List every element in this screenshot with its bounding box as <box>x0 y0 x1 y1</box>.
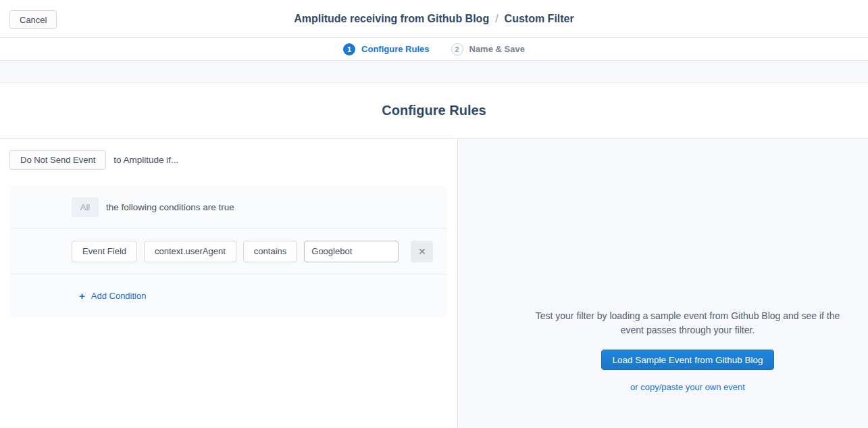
condition-type-button[interactable]: Event Field <box>72 241 137 262</box>
paste-own-event-link[interactable]: or copy/paste your own event <box>630 382 745 392</box>
match-suffix-label: the following conditions are true <box>106 202 234 212</box>
match-type-row: All the following conditions are true <box>9 186 446 229</box>
condition-field-button[interactable]: context.userAgent <box>144 241 236 262</box>
title-section: Configure Rules <box>0 83 868 139</box>
breadcrumb-secondary: Custom Filter <box>505 13 574 25</box>
step-2-circle-icon: 2 <box>451 43 463 55</box>
page-title: Configure Rules <box>382 103 486 118</box>
condition-operator-button[interactable]: contains <box>243 241 297 262</box>
step-2-label: Name & Save <box>469 44 525 54</box>
action-suffix-label: to Amplitude if... <box>113 155 178 165</box>
step-configure-rules[interactable]: 1 Configure Rules <box>343 43 429 55</box>
action-row: Do Not Send Event to Amplitude if... <box>9 150 448 170</box>
condition-group-box: All the following conditions are true Ev… <box>9 186 446 317</box>
condition-row: Event Field context.userAgent contains ✕ <box>9 229 446 275</box>
step-name-and-save[interactable]: 2 Name & Save <box>451 43 525 55</box>
condition-value-input[interactable] <box>304 241 399 262</box>
match-type-button[interactable]: All <box>72 197 99 217</box>
main-content: Do Not Send Event to Amplitude if... All… <box>0 139 868 428</box>
action-type-button[interactable]: Do Not Send Event <box>9 150 106 170</box>
add-condition-label: Add Condition <box>91 291 147 301</box>
step-1-label: Configure Rules <box>361 44 429 54</box>
toolbar-strip <box>0 61 868 83</box>
add-condition-row: + Add Condition <box>9 275 446 317</box>
test-description: Test your filter by loading a sample eve… <box>526 309 849 337</box>
stepper-bar: 1 Configure Rules 2 Name & Save <box>0 38 868 61</box>
plus-icon: + <box>79 290 85 302</box>
breadcrumb-separator-icon: / <box>495 13 498 25</box>
breadcrumb-primary: Amplitude receiving from Github Blog <box>294 13 489 25</box>
close-icon: ✕ <box>418 247 426 256</box>
breadcrumb: Amplitude receiving from Github Blog / C… <box>294 13 573 25</box>
rule-builder-panel: Do Not Send Event to Amplitude if... All… <box>0 139 458 428</box>
add-condition-button[interactable]: + Add Condition <box>79 290 146 302</box>
remove-condition-button[interactable]: ✕ <box>411 241 433 262</box>
top-header: Cancel Amplitude receiving from Github B… <box>0 0 868 38</box>
test-filter-panel: Test your filter by loading a sample eve… <box>458 139 868 428</box>
cancel-button[interactable]: Cancel <box>9 10 57 29</box>
load-sample-event-button[interactable]: Load Sample Event from Github Blog <box>601 350 775 370</box>
step-1-circle-icon: 1 <box>343 43 355 55</box>
